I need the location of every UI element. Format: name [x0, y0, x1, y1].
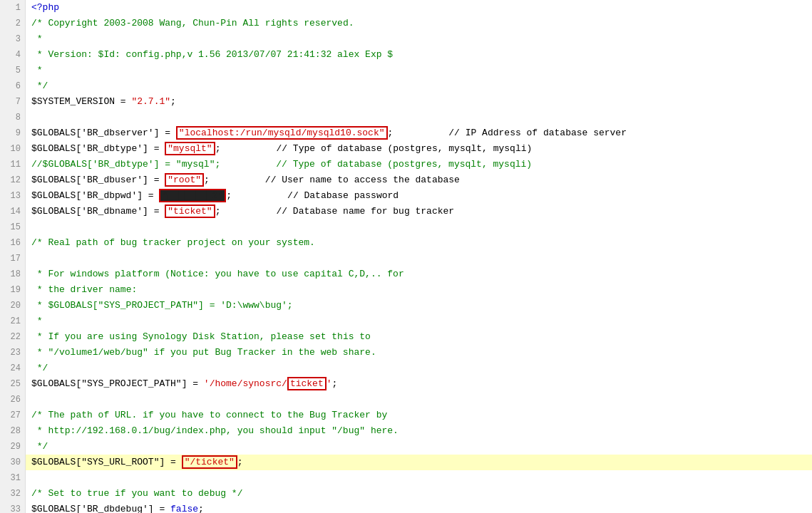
line-num-32: 32: [0, 486, 25, 502]
code-line-27: /* The path of URL. if you have to conne…: [26, 408, 812, 423]
code-line-5: *: [26, 63, 812, 78]
line-num-23: 23: [0, 345, 25, 361]
code-line-32: /* Set to true if you want to debug */: [26, 486, 812, 502]
code-line-1: <?php: [26, 0, 812, 16]
line-num-2: 2: [0, 16, 25, 31]
line-num-4: 4: [0, 47, 25, 63]
line-num-29: 29: [0, 439, 25, 455]
line-num-12: 12: [0, 172, 25, 188]
line-num-17: 17: [0, 251, 25, 266]
code-line-6: */: [26, 78, 812, 94]
code-line-3: *: [26, 31, 812, 47]
code-line-30: $GLOBALS["SYS_URL_ROOT"] = "/ticket";: [26, 455, 812, 470]
line-num-33: 33: [0, 502, 25, 513]
code-line-31: [26, 470, 812, 486]
line-num-25: 25: [0, 376, 25, 392]
line-num-9: 9: [0, 125, 25, 141]
line-num-21: 21: [0, 314, 25, 329]
code-line-22: * If you are using Synology Disk Station…: [26, 329, 812, 345]
code-line-29: */: [26, 439, 812, 455]
line-num-8: 8: [0, 110, 25, 125]
code-line-19: * the driver name:: [26, 282, 812, 298]
line-num-14: 14: [0, 204, 25, 219]
code-line-17: [26, 251, 812, 266]
line-num-10: 10: [0, 141, 25, 157]
code-line-15: [26, 219, 812, 235]
code-line-21: *: [26, 314, 812, 329]
code-line-9: $GLOBALS['BR_dbserver'] = "localhost:/ru…: [26, 125, 812, 141]
code-line-25: $GLOBALS["SYS_PROJECT_PATH"] = '/home/sy…: [26, 376, 812, 392]
line-num-27: 27: [0, 408, 25, 423]
line-num-13: 13: [0, 188, 25, 204]
line-num-26: 26: [0, 392, 25, 408]
line-num-20: 20: [0, 298, 25, 314]
code-line-7: $SYSTEM_VERSION = "2.7.1";: [26, 94, 812, 110]
line-num-1: 1: [0, 0, 25, 16]
code-line-23: * "/volume1/web/bug" if you put Bug Trac…: [26, 345, 812, 361]
code-line-12: $GLOBALS['BR_dbuser'] = "root"; // User …: [26, 172, 812, 188]
line-num-5: 5: [0, 63, 25, 78]
code-line-20: * $GLOBALS["SYS_PROJECT_PATH"] = 'D:\www…: [26, 298, 812, 314]
code-line-14: $GLOBALS['BR_dbname'] = "ticket"; // Dat…: [26, 204, 812, 219]
code-line-26: [26, 392, 812, 408]
code-line-24: */: [26, 361, 812, 376]
code-line-18: * For windows platform (Notice: you have…: [26, 266, 812, 282]
line-num-3: 3: [0, 31, 25, 47]
line-num-11: 11: [0, 157, 25, 172]
line-num-18: 18: [0, 266, 25, 282]
code-text: <?php /* Copyright 2003-2008 Wang, Chun-…: [26, 0, 812, 513]
code-line-28: * http://192.168.0.1/bug/index.php, you …: [26, 423, 812, 439]
code-line-4: * Version: $Id: config.php,v 1.56 2013/0…: [26, 47, 812, 63]
line-num-6: 6: [0, 78, 25, 94]
line-num-16: 16: [0, 235, 25, 251]
code-line-13: $GLOBALS['BR_dbpwd'] = "████████2"; // D…: [26, 188, 812, 204]
line-num-22: 22: [0, 329, 25, 345]
code-line-8: [26, 110, 812, 125]
line-num-30: 30: [0, 455, 25, 470]
line-num-31: 31: [0, 470, 25, 486]
line-numbers: 1 2 3 4 5 6 7 8 9 10 11 12 13 14 15 16 1…: [0, 0, 26, 513]
line-num-7: 7: [0, 94, 25, 110]
line-num-19: 19: [0, 282, 25, 298]
code-line-16: /* Real path of bug tracker project on y…: [26, 235, 812, 251]
line-num-15: 15: [0, 219, 25, 235]
line-num-24: 24: [0, 361, 25, 376]
code-line-11: //$GLOBALS['BR_dbtype'] = "mysql"; // Ty…: [26, 157, 812, 172]
line-num-28: 28: [0, 423, 25, 439]
code-line-10: $GLOBALS['BR_dbtype'] = "mysqlt"; // Typ…: [26, 141, 812, 157]
code-line-2: /* Copyright 2003-2008 Wang, Chun-Pin Al…: [26, 16, 812, 31]
code-line-33: $GLOBALS['BR_dbdebug'] = false;: [26, 502, 812, 513]
code-editor: 1 2 3 4 5 6 7 8 9 10 11 12 13 14 15 16 1…: [0, 0, 812, 513]
